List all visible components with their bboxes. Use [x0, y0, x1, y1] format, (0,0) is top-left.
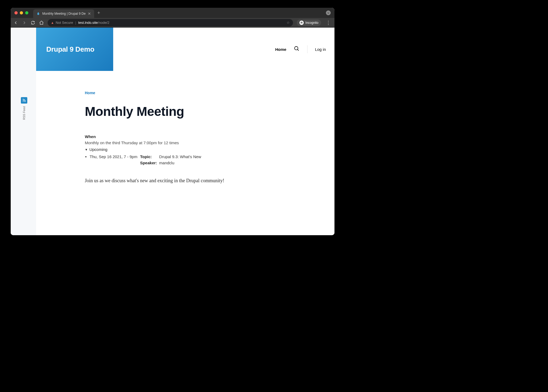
site-name[interactable]: Drupal 9 Demo	[46, 45, 94, 54]
url-text: test.lndo.site/node/2	[78, 21, 109, 25]
rss-label: RSS Feed	[22, 106, 26, 120]
page-title: Monthly Meeting	[85, 104, 318, 119]
new-tab-button[interactable]: +	[97, 10, 100, 16]
minimize-window-button[interactable]	[20, 11, 23, 14]
incognito-badge[interactable]: Incognito	[297, 20, 321, 26]
reload-button[interactable]	[31, 20, 35, 25]
topic-label: Topic:	[140, 154, 157, 159]
titlebar-right	[326, 10, 331, 15]
body-text: Join us as we discuss what's new and exc…	[85, 178, 318, 184]
close-window-button[interactable]	[14, 11, 18, 14]
breadcrumb-home[interactable]: Home	[85, 91, 318, 95]
site-header: Drupal 9 Demo	[36, 28, 113, 71]
incognito-icon	[299, 21, 304, 25]
left-rail: RSS Feed	[11, 28, 36, 235]
browser-window: Monthly Meeting | Drupal 9 De ✕ + ▲ Not …	[11, 8, 334, 235]
maximize-window-button[interactable]	[25, 11, 28, 14]
svg-point-3	[295, 47, 298, 50]
bookmark-star-icon[interactable]: ☆	[287, 21, 290, 25]
drupal-favicon-icon	[36, 12, 40, 16]
bullet-icon	[85, 156, 86, 157]
when-text: Monthly on the third Thursday at 7:00pm …	[85, 140, 318, 145]
nav-login[interactable]: Log in	[315, 47, 326, 52]
search-icon[interactable]	[294, 46, 300, 53]
main-area: Drupal 9 Demo Home Log in Home Monthly M…	[36, 28, 334, 235]
security-indicator[interactable]: ▲ Not Secure	[51, 21, 73, 25]
tab-overview-icon[interactable]	[326, 10, 331, 15]
upcoming-toggle[interactable]: ▼ Upcoming	[85, 147, 318, 152]
not-secure-label: Not Secure	[56, 21, 73, 25]
when-section: When Monthly on the third Thursday at 7:…	[85, 134, 318, 165]
forward-button[interactable]	[22, 20, 27, 25]
url-path: /node/2	[98, 21, 109, 25]
svg-point-2	[23, 101, 23, 102]
back-button[interactable]	[13, 20, 18, 25]
address-bar[interactable]: ▲ Not Secure | test.lndo.site/node/2 ☆	[48, 19, 293, 26]
content: Home Monthly Meeting When Monthly on the…	[85, 91, 318, 184]
home-button[interactable]	[39, 20, 44, 25]
titlebar: Monthly Meeting | Drupal 9 De ✕ +	[11, 8, 334, 18]
disclosure-triangle-icon: ▼	[85, 148, 88, 151]
rss-icon	[21, 97, 27, 104]
nav-divider	[307, 45, 307, 53]
traffic-lights	[14, 11, 28, 14]
event-meta: Topic: Drupal 9.3: What's New Speaker: m…	[140, 154, 201, 165]
event-date: Thu, Sep 16 2021, 7 - 9pm	[90, 154, 137, 159]
tab-title: Monthly Meeting | Drupal 9 De	[42, 12, 86, 16]
toolbar: ▲ Not Secure | test.lndo.site/node/2 ☆ I…	[11, 18, 334, 28]
close-tab-icon[interactable]: ✕	[88, 12, 91, 16]
when-label: When	[85, 134, 318, 139]
nav-home[interactable]: Home	[275, 47, 286, 52]
incognito-label: Incognito	[305, 21, 318, 25]
svg-point-1	[302, 22, 303, 23]
browser-tab[interactable]: Monthly Meeting | Drupal 9 De ✕	[33, 9, 94, 18]
address-separator: |	[75, 21, 76, 25]
upcoming-label: Upcoming	[89, 147, 108, 152]
speaker-value: mandclu	[159, 161, 201, 165]
page: RSS Feed Drupal 9 Demo Home Log in Home …	[11, 28, 334, 235]
url-host: test.lndo.site	[78, 21, 98, 25]
event-item: Thu, Sep 16 2021, 7 - 9pm Topic: Drupal …	[85, 154, 318, 165]
rss-feed-link[interactable]: RSS Feed	[21, 97, 27, 120]
topic-value: Drupal 9.3: What's New	[159, 154, 201, 159]
browser-menu-button[interactable]: ⋮	[325, 20, 332, 26]
warning-icon: ▲	[51, 21, 54, 25]
speaker-label: Speaker:	[140, 161, 157, 165]
svg-point-0	[301, 22, 302, 23]
top-nav: Home Log in	[275, 28, 334, 71]
